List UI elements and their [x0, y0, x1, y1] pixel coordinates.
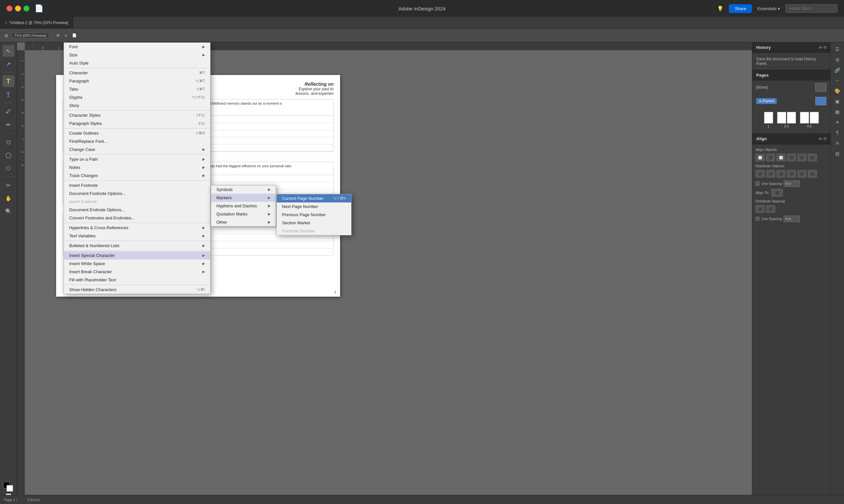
- submenu-quotation[interactable]: Quotation Marks ▶: [211, 210, 276, 218]
- gradient-icon[interactable]: ▦: [832, 107, 842, 117]
- toolbar-pages-btn[interactable]: 📄: [70, 33, 79, 38]
- character-styles-icon[interactable]: A: [832, 138, 842, 148]
- submenu-markers[interactable]: Markers ▶: [211, 194, 276, 202]
- dist-top-btn[interactable]: ⬛: [787, 170, 796, 178]
- maximize-button[interactable]: [23, 5, 29, 12]
- page-2-thumb[interactable]: [777, 112, 786, 124]
- dist-middle-btn[interactable]: ⬛: [797, 170, 807, 178]
- toolbar-view-btn[interactable]: ⊞: [54, 33, 62, 38]
- menu-item-track-changes[interactable]: Track Changes ▶: [64, 172, 210, 180]
- page-4-thumb[interactable]: [800, 112, 809, 124]
- type-path-tool[interactable]: T̲: [3, 88, 14, 100]
- menu-item-notes[interactable]: Notes ▶: [64, 163, 210, 172]
- links-icon[interactable]: 🔗: [832, 65, 842, 75]
- dist-left-btn[interactable]: ⬛: [756, 170, 765, 178]
- close-button[interactable]: [6, 5, 12, 12]
- page-5-thumb[interactable]: [810, 112, 819, 124]
- menu-item-auto-style[interactable]: Auto Style: [64, 59, 210, 67]
- page-1-thumb[interactable]: [764, 112, 773, 124]
- menu-item-story[interactable]: Story: [64, 102, 210, 110]
- menu-item-create-outlines[interactable]: Create Outlines ⇧⌘O: [64, 129, 210, 137]
- menu-item-tabs[interactable]: Tabs ⇧⌘T: [64, 85, 210, 93]
- dist-right-btn[interactable]: ⬛: [776, 170, 786, 178]
- document-tab[interactable]: ✕ *Untitled-2 @ 70% [GPU Preview]: [0, 17, 73, 29]
- use-spacing-check-2[interactable]: [756, 217, 759, 221]
- effects-icon[interactable]: ✦: [832, 118, 842, 127]
- menu-item-show-hidden[interactable]: Show Hidden Characters ⌥⌘I: [64, 286, 210, 294]
- align-expand[interactable]: ≫ ⊟: [819, 137, 826, 141]
- align-top-btn[interactable]: ⬛: [787, 154, 796, 161]
- menu-item-bulleted-lists[interactable]: Bulleted & Numbered Lists ▶: [64, 241, 210, 250]
- dist-space-v-btn[interactable]: ⬛: [766, 205, 775, 213]
- a-parent-thumb[interactable]: [815, 97, 826, 105]
- pencil-tool[interactable]: ✏: [3, 119, 14, 130]
- menu-item-glyphs[interactable]: Glyphs ⌥⇧F11: [64, 93, 210, 102]
- align-center-btn[interactable]: ⬛: [766, 154, 775, 161]
- color-icon[interactable]: 🎨: [832, 86, 842, 96]
- submenu-symbols[interactable]: Symbols ▶: [211, 185, 276, 194]
- share-button[interactable]: Share: [729, 4, 752, 13]
- hand-tool[interactable]: ✋: [3, 192, 14, 204]
- spacing-input-2[interactable]: [783, 215, 800, 222]
- minimize-button[interactable]: [15, 5, 21, 12]
- menu-item-size[interactable]: Size ▶: [64, 51, 210, 59]
- dist-space-h-btn[interactable]: ⬛: [756, 205, 765, 213]
- menu-item-insert-white-space[interactable]: Insert White Space ▶: [64, 259, 210, 268]
- essentials-button[interactable]: Essentials ▾: [757, 6, 780, 11]
- submenu-previous-page-number[interactable]: Previous Page Number: [277, 211, 351, 219]
- lightbulb-icon[interactable]: 💡: [717, 5, 724, 12]
- swatches-icon[interactable]: ▣: [832, 96, 842, 106]
- menu-item-fill-placeholder[interactable]: Fill with Placeholder Text: [64, 276, 210, 284]
- menu-item-insert-footnote[interactable]: Insert Footnote: [64, 181, 210, 190]
- submenu-next-page-number[interactable]: Next Page Number: [277, 202, 351, 211]
- history-expand[interactable]: ≫ ⊟: [819, 45, 826, 50]
- dist-bottom-btn[interactable]: ⬛: [808, 170, 817, 178]
- properties-icon[interactable]: ☰: [832, 44, 842, 54]
- submenu-other[interactable]: Other ▶: [211, 218, 276, 226]
- menu-item-insert-break[interactable]: Insert Break Character ▶: [64, 268, 210, 276]
- text-frame-icon[interactable]: ▤: [832, 149, 842, 159]
- menu-item-text-vars[interactable]: Text Variables ▶: [64, 232, 210, 240]
- page-3-thumb[interactable]: [787, 112, 796, 124]
- align-left-btn[interactable]: ⬜: [756, 154, 765, 161]
- menu-item-convert-fn-en[interactable]: Convert Footnotes and Endnotes...: [64, 214, 210, 222]
- menu-item-type-on-path[interactable]: Type on a Path ▶: [64, 155, 210, 163]
- align-middle-btn[interactable]: ⬛: [797, 154, 807, 161]
- submenu-hyphens[interactable]: Hyphens and Dashes ▶: [211, 202, 276, 210]
- menu-item-doc-endnote-opts[interactable]: Document Endnote Options...: [64, 206, 210, 214]
- dist-center-btn[interactable]: ⬛: [766, 170, 775, 178]
- menu-item-char-styles[interactable]: Character Styles ⇧F11: [64, 111, 210, 119]
- align-bottom-btn[interactable]: ⬛: [808, 154, 817, 161]
- zoom-level[interactable]: 71% [GPU Preview]: [12, 33, 49, 38]
- menu-item-find-replace-font[interactable]: Find/Replace Font...: [64, 137, 210, 145]
- stroke-swatch[interactable]: [6, 485, 13, 492]
- toolbar-arrange-btn[interactable]: ≡: [63, 33, 69, 38]
- spacing-input-1[interactable]: [783, 180, 800, 187]
- tab-close-button[interactable]: ✕: [4, 21, 7, 24]
- menu-item-para-styles[interactable]: Paragraph Styles F11: [64, 119, 210, 127]
- scissors-tool[interactable]: ✂: [3, 179, 14, 191]
- menu-item-hyperlinks[interactable]: Hyperlinks & Cross-References ▶: [64, 223, 210, 232]
- a-parent-label[interactable]: A-Parent: [756, 98, 777, 104]
- paragraph-styles-icon[interactable]: ¶: [832, 128, 842, 138]
- selection-tool[interactable]: ↖: [3, 45, 14, 57]
- pen-tool[interactable]: 🖊: [3, 106, 14, 118]
- menu-item-character[interactable]: Character ⌘T: [64, 69, 210, 77]
- use-spacing-check-1[interactable]: [756, 182, 759, 185]
- rectangle-tool[interactable]: ◻: [3, 136, 14, 148]
- polygon-tool[interactable]: ⬡: [3, 162, 14, 174]
- menu-item-insert-special[interactable]: Insert Special Character ▶: [64, 251, 210, 259]
- menu-item-paragraph[interactable]: Paragraph ⌥⌘T: [64, 77, 210, 85]
- menu-item-doc-footnote-opts[interactable]: Document Footnote Options...: [64, 190, 210, 198]
- align-to-btn[interactable]: ⬛: [771, 189, 783, 197]
- menu-item-font[interactable]: Font ▶: [64, 43, 210, 51]
- submenu-section-marker[interactable]: Section Marker: [277, 219, 351, 227]
- align-right-btn[interactable]: ⬜: [776, 154, 786, 161]
- stroke-icon[interactable]: ─: [832, 76, 842, 85]
- none-thumb[interactable]: [815, 83, 826, 92]
- menu-item-change-case[interactable]: Change Case ▶: [64, 145, 210, 154]
- type-tool[interactable]: T: [3, 75, 14, 87]
- layers-icon[interactable]: ⊞: [832, 55, 842, 65]
- zoom-tool[interactable]: 🔍: [3, 205, 14, 217]
- adobe-stock-search[interactable]: [785, 4, 838, 13]
